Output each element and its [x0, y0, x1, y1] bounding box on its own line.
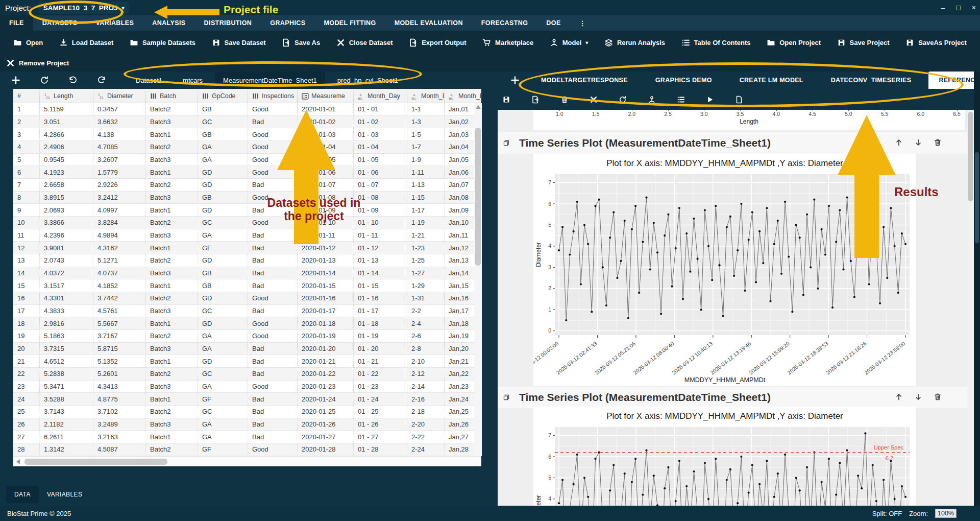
cell[interactable]: 2.0743	[40, 254, 93, 267]
cell[interactable]: GC	[198, 116, 248, 129]
report-button[interactable]	[735, 96, 743, 104]
cell[interactable]: 01 - 28	[354, 443, 407, 456]
cell[interactable]: GF	[198, 443, 248, 456]
cell[interactable]: Bad	[248, 343, 298, 356]
row-number-cell[interactable]: 8	[13, 192, 40, 204]
cell[interactable]: 4.1923	[40, 166, 93, 179]
cell[interactable]: GC	[198, 368, 248, 381]
cell[interactable]: 2020-01-19	[298, 330, 354, 343]
dataset-tab-measurementdatetime-sheet1[interactable]: MeasurementDateTime_Sheet1	[215, 72, 325, 89]
cell[interactable]: 3.2489	[93, 418, 146, 431]
remove-project-button[interactable]: Remove Project	[6, 59, 69, 67]
cell[interactable]: 1-17	[407, 204, 445, 217]
cell[interactable]: Batch1	[146, 204, 198, 217]
cell[interactable]: 01 - 03	[354, 128, 407, 141]
menu-tab-kebab-menu-icon[interactable]: ⋮	[570, 15, 595, 31]
cell[interactable]: Batch2	[146, 368, 198, 381]
cell[interactable]: GD	[198, 254, 248, 267]
cell[interactable]: Batch3	[146, 116, 198, 129]
cell[interactable]: 2-22	[407, 431, 445, 443]
cell[interactable]: 2020-01-18	[298, 317, 354, 330]
cell[interactable]: 01 - 05	[354, 154, 407, 167]
scroll-up-icon[interactable]	[476, 105, 481, 109]
cell[interactable]: 4.6512	[40, 355, 93, 368]
cell[interactable]: 1-3	[407, 116, 445, 129]
cell[interactable]: 2020-01-26	[298, 418, 354, 431]
cell[interactable]: 4.3413	[93, 381, 146, 393]
open-project-button[interactable]: Open Project	[767, 38, 821, 47]
cell[interactable]: 3.2412	[93, 192, 146, 204]
row-number-cell[interactable]: 6	[13, 166, 40, 179]
cell[interactable]: 3.2163	[93, 431, 146, 443]
cell[interactable]: 2020-01-25	[298, 406, 354, 418]
cell[interactable]: 4.2396	[40, 229, 93, 242]
cell[interactable]: 01 - 26	[354, 418, 407, 431]
cell[interactable]: Batch1	[146, 242, 198, 254]
cell[interactable]: 4.1852	[93, 279, 146, 292]
cell[interactable]: Bad	[248, 267, 298, 280]
cell[interactable]: 2-24	[407, 443, 445, 456]
cell[interactable]: Batch1	[146, 166, 198, 179]
cell[interactable]: Batch2	[146, 103, 198, 116]
cell[interactable]: 01 - 02	[354, 116, 407, 129]
column-header-measureme[interactable]: Measureme	[298, 89, 354, 103]
cell[interactable]: GD	[198, 292, 248, 305]
cell[interactable]: Batch1	[146, 128, 198, 141]
cell[interactable]: Batch2	[146, 292, 198, 305]
cell[interactable]: Batch1	[146, 431, 198, 443]
cell[interactable]: Bad	[248, 406, 298, 418]
cell[interactable]: 4.3162	[93, 242, 146, 254]
cell[interactable]: 01 - 18	[354, 317, 407, 330]
column-header-month-day[interactable]: ABCMonth_Day	[407, 89, 445, 103]
close-button[interactable]: ×	[972, 4, 976, 12]
window-scrollbar[interactable]	[974, 72, 980, 506]
cell[interactable]: 2-8	[407, 343, 445, 356]
close-dataset-button[interactable]: Close Dataset	[336, 38, 393, 47]
cell[interactable]: 1.5779	[93, 166, 146, 179]
cell[interactable]: Bad	[248, 368, 298, 381]
cell[interactable]: Bad	[248, 305, 298, 318]
vertical-scrollbar[interactable]	[474, 103, 482, 456]
cell[interactable]: GA	[198, 343, 248, 356]
cell[interactable]: GC	[198, 305, 248, 318]
cell[interactable]: Batch3	[146, 192, 198, 204]
cell[interactable]: 3.1517	[40, 279, 93, 292]
add-results-tab-button[interactable]	[510, 76, 520, 85]
row-number-cell[interactable]: 23	[13, 381, 40, 393]
zoom-input[interactable]: 100%	[935, 509, 957, 518]
move-up-icon[interactable]	[895, 138, 903, 147]
vscroll-thumb[interactable]	[475, 128, 481, 266]
trash-icon[interactable]	[934, 393, 942, 401]
cell[interactable]: 01 - 23	[354, 381, 407, 393]
row-number-cell[interactable]: 9	[13, 204, 40, 217]
cell[interactable]: 3.8915	[40, 192, 93, 204]
cell[interactable]: 1.3142	[40, 443, 93, 456]
table-of-contents-button[interactable]: Table Of Contents	[681, 38, 751, 47]
cell[interactable]: 01 - 15	[354, 279, 407, 292]
cell[interactable]: 5.8715	[93, 343, 146, 356]
cell[interactable]: 2020-01-20	[298, 343, 354, 356]
cell[interactable]: 2-20	[407, 418, 445, 431]
row-number-cell[interactable]: 24	[13, 393, 40, 406]
row-number-cell[interactable]: 14	[13, 267, 40, 280]
cell[interactable]: 2020-01-17	[298, 305, 354, 318]
marketplace-button[interactable]: Marketplace	[482, 38, 533, 47]
run-button[interactable]	[706, 96, 714, 104]
row-number-cell[interactable]: 13	[13, 254, 40, 267]
cell[interactable]: Batch2	[146, 141, 198, 154]
export-output-button[interactable]: Export Output	[409, 38, 466, 47]
cell[interactable]: 01 - 21	[354, 355, 407, 368]
row-number-cell[interactable]: 27	[13, 431, 40, 443]
cell[interactable]: GB	[198, 128, 248, 141]
cell[interactable]: 0.3457	[93, 103, 146, 116]
cell[interactable]: 2-10	[407, 355, 445, 368]
menu-tab-model-evaluation[interactable]: MODEL EVALUATION	[385, 15, 472, 31]
results-scroll-thumb[interactable]	[968, 112, 973, 201]
project-dropdown[interactable]: SAMPLE10_3_7_PROJ ▾	[38, 2, 130, 14]
cell[interactable]: GA	[198, 381, 248, 393]
results-tab-graphics-demo[interactable]: GRAPHICS DEMO	[645, 72, 722, 89]
cell[interactable]: 1-19	[407, 217, 445, 229]
cell[interactable]: Good	[248, 292, 298, 305]
row-number-cell[interactable]: 17	[13, 305, 40, 318]
results-tab-create-lm-model[interactable]: CREATE LM MODEL	[729, 72, 814, 89]
